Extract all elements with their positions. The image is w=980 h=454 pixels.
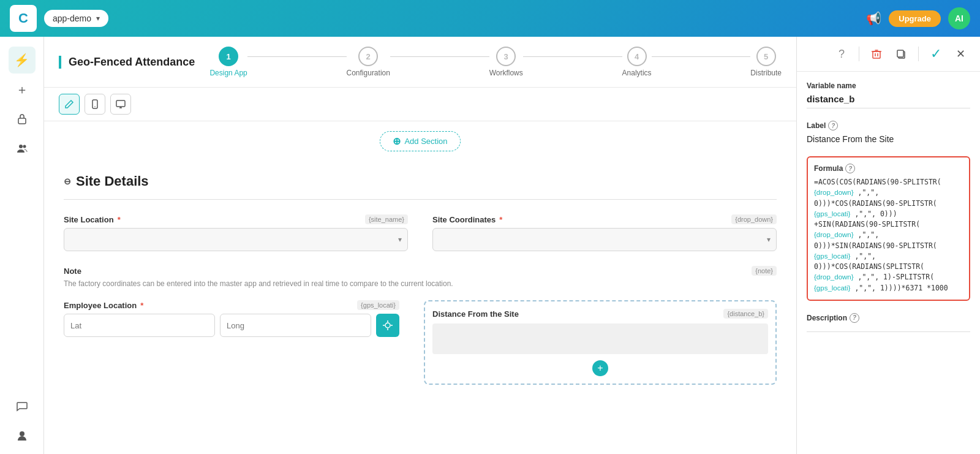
label-value: Distance From the Site [807,134,970,144]
description-help-icon[interactable]: ? [850,313,859,323]
delete-button[interactable] [867,44,886,64]
site-coordinates-select[interactable] [432,228,777,251]
variable-name-value: distance_b [807,94,970,108]
step-2-label: Configuration [347,69,390,77]
step-1-label: Design App [209,69,247,77]
add-section-button[interactable]: ⊕ Add Section [380,131,460,151]
step-connector-2 [390,56,489,57]
step-5[interactable]: 5 Distribute [750,47,782,77]
announcement-icon[interactable]: 📢 [866,11,881,26]
site-coordinates-group: Site Coordinates * {drop_down} ▾ [432,214,777,251]
note-row: Note {note} The factory coordinates can … [64,266,777,288]
edit-view-button[interactable] [59,94,80,115]
mobile-view-button[interactable] [85,94,105,115]
main-area: Geo-Fenced Attendance 1 Design App 2 Con… [44,37,796,454]
form-row-1: Site Location * {site_name} ▾ Site Coord… [64,214,777,251]
description-field: Description ? [807,313,970,332]
save-button[interactable]: ✓ [926,44,946,64]
formula-box: Formula ? =ACOS(COS(RADIANS(90-SPLITSTR(… [807,156,970,301]
step-4[interactable]: 4 Analytics [622,47,652,77]
svg-rect-0 [18,118,26,124]
app-logo: C [10,5,37,32]
panel-toolbar-divider-2 [918,47,919,61]
employee-location-tag: {gps_locati} [357,300,399,310]
step-1[interactable]: 1 Design App [209,47,247,77]
wizard-header: Geo-Fenced Attendance 1 Design App 2 Con… [44,37,796,88]
description-label: Description ? [807,313,970,323]
section-divider [64,199,777,200]
site-coordinates-tag: {drop_down} [731,214,777,224]
svg-rect-19 [897,50,903,57]
distance-label: Distance From the Site [432,309,519,319]
sidebar-item-dashboard[interactable]: ⚡ [9,47,36,74]
wizard-steps: 1 Design App 2 Configuration 3 Workflows… [209,47,782,77]
svg-point-3 [20,431,24,436]
svg-rect-14 [873,51,880,58]
step-connector-1 [247,56,347,57]
latlong-row [64,314,399,337]
lat-input[interactable] [64,314,215,337]
site-location-group: Site Location * {site_name} ▾ [64,214,408,251]
label-field: Label ? Distance From the Site [807,121,970,144]
step-4-circle: 4 [627,47,647,66]
sidebar-item-lock[interactable] [9,105,36,132]
collapse-icon[interactable]: ⊖ [64,176,71,186]
sidebar-item-user[interactable] [9,422,36,449]
long-input[interactable] [220,314,371,337]
location-button[interactable] [376,314,399,337]
step-3[interactable]: 3 Workflows [489,47,523,77]
avatar: AI [948,7,970,29]
distance-header: Distance From the Site {distance_b} [432,309,768,319]
app-name-button[interactable]: app-demo ▾ [44,10,108,27]
view-toolbar [44,88,796,121]
sidebar-item-add[interactable]: ＋ [9,76,36,103]
site-location-tag: {site_name} [365,214,408,224]
help-button[interactable]: ? [832,44,851,64]
plus-btn-row: + [432,360,768,376]
sidebar-item-groups[interactable] [9,135,36,162]
desktop-view-button[interactable] [110,94,131,115]
note-tag: {note} [752,266,777,276]
right-panel-toolbar: ? ✓ ✕ [797,37,980,72]
label-help-icon[interactable]: ? [828,121,838,131]
close-button[interactable]: ✕ [951,44,970,64]
svg-rect-4 [92,100,97,108]
step-5-label: Distribute [750,69,782,77]
step-connector-3 [523,56,622,57]
formula-label: Formula ? [814,164,963,173]
note-label: Note {note} [64,266,777,276]
bottom-row: Employee Location * {gps_locati} Distanc… [64,300,777,385]
step-3-label: Workflows [489,69,523,77]
step-2-circle: 2 [358,47,378,66]
copy-button[interactable] [891,44,911,64]
variable-name-field: Variable name distance_b [807,81,970,108]
step-4-label: Analytics [622,69,652,77]
distance-tag: {distance_b} [723,309,768,319]
required-marker-3: * [140,301,143,310]
svg-point-1 [19,145,23,148]
step-connector-4 [652,56,751,57]
top-header: C app-demo ▾ 📢 Upgrade AI [0,0,980,37]
step-5-circle: 5 [756,47,776,66]
sidebar-item-chat[interactable] [9,393,36,420]
section-title: ⊖ Site Details [64,173,777,189]
chevron-down-icon: ▾ [96,14,100,23]
required-marker: * [118,215,121,224]
site-location-label: Site Location * {site_name} [64,214,408,224]
form-content: ⊖ Site Details Site Location * {site_nam… [44,161,796,397]
upgrade-button[interactable]: Upgrade [889,10,941,27]
formula-help-icon[interactable]: ? [845,164,855,173]
label-sublabel: Label ? [807,121,970,131]
add-field-button[interactable]: + [592,360,608,376]
variable-name-label: Variable name [807,81,970,90]
left-sidebar: ⚡ ＋ [0,37,44,454]
step-2[interactable]: 2 Configuration [347,47,390,77]
header-right: 📢 Upgrade AI [866,7,970,29]
svg-point-2 [23,145,26,148]
site-location-select[interactable] [64,228,408,251]
formula-content[interactable]: =ACOS(COS(RADIANS(90-SPLITSTR( {drop_dow… [814,177,963,293]
step-3-circle: 3 [496,47,516,66]
distance-input-area [432,323,768,354]
panel-toolbar-divider [859,47,859,61]
employee-location-label: Employee Location * {gps_locati} [64,300,399,310]
